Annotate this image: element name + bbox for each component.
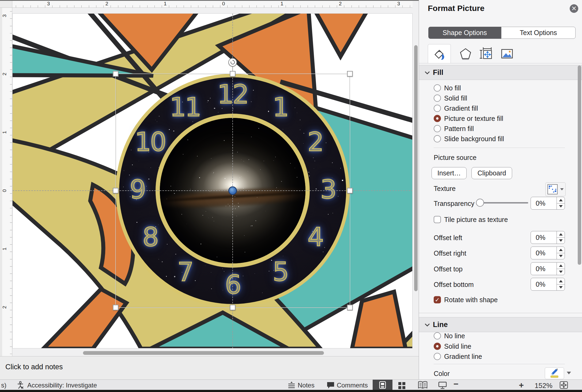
selection-handle[interactable] (113, 71, 119, 77)
ruler-tick (235, 5, 235, 7)
texture-dropdown[interactable] (545, 182, 566, 196)
fill-option-solid-fill[interactable]: Solid fill (419, 93, 582, 103)
selection-handle[interactable] (113, 188, 119, 194)
line-color-caret-icon[interactable] (567, 372, 571, 374)
zoom-level[interactable]: 152% (535, 382, 553, 390)
radio-button[interactable] (434, 95, 441, 102)
line-color-button[interactable] (545, 367, 564, 379)
fill-option-picture-or-texture-fill[interactable]: Picture or texture fill (419, 113, 582, 124)
radio-button[interactable] (434, 135, 441, 143)
radio-button[interactable] (434, 105, 441, 112)
tab-text-options[interactable]: Text Options (501, 27, 576, 39)
normal-view-button[interactable] (373, 380, 392, 390)
radio-button[interactable] (434, 353, 441, 360)
selection-handle[interactable] (230, 305, 236, 310)
close-icon[interactable]: ✕ (570, 4, 578, 13)
status-bar: s) Accessibility: Investigate Notes Comm… (0, 379, 582, 390)
tab-fill-bucket-icon[interactable] (428, 44, 451, 63)
selection-handle[interactable] (347, 305, 353, 310)
line-option-gradient-line[interactable]: Gradient line (419, 351, 582, 362)
fill-option-slide-background-fill[interactable]: Slide background fill (419, 134, 582, 144)
selection-handle[interactable] (347, 71, 353, 77)
selection-rectangle[interactable] (116, 74, 350, 308)
spinner-arrows[interactable] (557, 278, 565, 290)
slideshow-icon[interactable] (438, 381, 447, 389)
ruler-tick (89, 5, 89, 7)
spinner-arrows[interactable] (557, 247, 565, 259)
offset-spinner-offset-bottom[interactable]: 0% (531, 278, 565, 291)
notes-toggle[interactable]: Notes (298, 382, 315, 389)
comments-toggle[interactable]: Comments (337, 382, 368, 389)
ruler-tick (10, 77, 12, 77)
ruler-tick (286, 5, 286, 7)
fill-section-header[interactable]: Fill (419, 65, 582, 80)
spinner-arrows[interactable] (557, 197, 565, 209)
spinner-arrows[interactable] (557, 263, 565, 275)
notes-placeholder[interactable]: Click to add notes (5, 363, 63, 371)
radio-button[interactable] (434, 332, 441, 340)
fill-option-pattern-fill[interactable]: Pattern fill (419, 124, 582, 134)
ruler-tick (264, 5, 264, 7)
selection-handle[interactable] (113, 305, 119, 310)
line-option-solid-line[interactable]: Solid line (419, 341, 582, 351)
horizontal-ruler: 3210123 (12, 1, 413, 8)
offset-spinner-offset-top[interactable]: 0% (531, 262, 565, 275)
radio-button[interactable] (434, 125, 441, 132)
spinner-arrows[interactable] (557, 231, 565, 244)
zoom-in-button[interactable]: + (519, 380, 524, 390)
radio-button[interactable] (434, 115, 441, 122)
transparency-slider-thumb[interactable] (476, 199, 484, 207)
radio-button[interactable] (434, 343, 441, 350)
slide[interactable]: 121234567891011 (12, 13, 413, 348)
horizontal-scrollbar[interactable] (12, 351, 413, 355)
transparency-spinner[interactable]: 0% (531, 197, 565, 210)
zoom-out-button[interactable]: − (453, 379, 459, 389)
slide-sorter-icon[interactable] (398, 382, 406, 389)
accessibility-icon[interactable] (16, 381, 25, 389)
offset-spinner-offset-right[interactable]: 0% (531, 247, 565, 259)
vertical-scrollbar-thumb[interactable] (414, 45, 418, 291)
ruler-tick (10, 40, 12, 41)
ruler-tick (118, 5, 118, 7)
clipboard-button[interactable]: Clipboard (471, 167, 512, 179)
rotate-with-shape-checkbox[interactable]: ✓ (434, 296, 441, 303)
panel-scrollbar-thumb[interactable] (578, 66, 581, 265)
line-section-header[interactable]: Line (419, 317, 582, 332)
fit-to-window-icon[interactable] (560, 381, 568, 389)
tab-shape-options[interactable]: Shape Options (428, 27, 501, 39)
tile-picture-row[interactable]: Tile picture as texture (419, 214, 582, 225)
offset-value: 0% (536, 280, 545, 288)
section-divider (419, 313, 582, 313)
offset-spinner-offset-left[interactable]: 0% (531, 231, 565, 244)
horizontal-scrollbar-thumb[interactable] (83, 351, 324, 355)
selection-handle[interactable] (347, 188, 353, 194)
format-picture-panel: Format Picture ✕ Shape Options Text Opti… (419, 0, 582, 379)
vertical-scrollbar[interactable] (414, 8, 418, 350)
ruler-label: 3 (397, 1, 400, 7)
transparency-slider[interactable] (479, 202, 528, 203)
fill-option-no-fill[interactable]: No fill (419, 83, 582, 93)
rotate-with-shape-row[interactable]: ✓ Rotate with shape (419, 295, 582, 305)
accessibility-status[interactable]: Accessibility: Investigate (27, 382, 97, 389)
tab-picture-icon[interactable] (496, 44, 519, 63)
tile-picture-checkbox[interactable] (434, 216, 441, 223)
notes-pane[interactable]: Click to add notes (0, 356, 419, 379)
insert-button[interactable]: Insert… (432, 167, 467, 179)
comments-icon[interactable] (326, 381, 335, 389)
selection-handle[interactable] (230, 71, 236, 77)
reading-view-icon[interactable] (418, 381, 428, 389)
ruler-tick (96, 5, 96, 7)
ruler-tick (10, 310, 12, 310)
ruler-tick (10, 208, 12, 208)
tab-effects-pentagon-icon[interactable] (454, 44, 477, 63)
line-option-no-line[interactable]: No line (419, 331, 582, 341)
ruler-tick (176, 5, 177, 7)
rotation-handle[interactable] (228, 58, 237, 67)
fill-option-gradient-fill[interactable]: Gradient fill (419, 103, 582, 113)
window-bottom-edge (0, 390, 582, 392)
radio-button[interactable] (434, 84, 441, 92)
notes-icon[interactable] (287, 381, 296, 389)
texture-swatch-icon (547, 184, 558, 195)
ruler-tick (242, 5, 242, 7)
tab-size-position-icon[interactable] (475, 44, 498, 63)
